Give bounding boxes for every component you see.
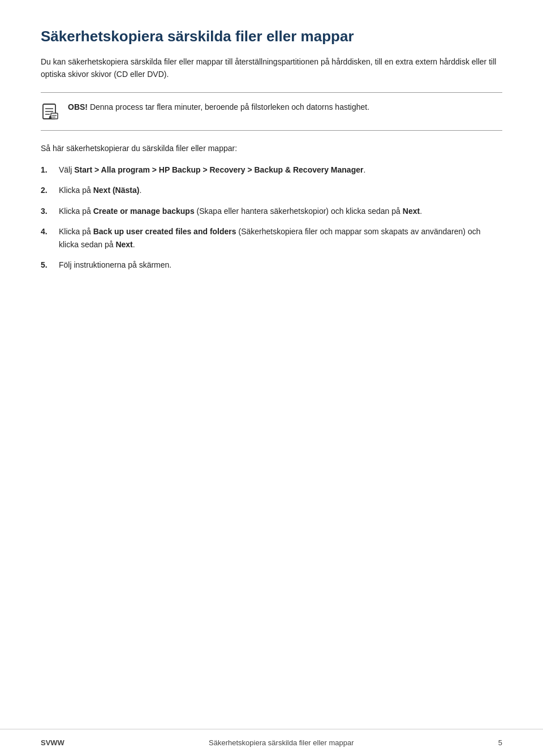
step-5-number: 5. <box>41 259 54 271</box>
page-title: Säkerhetskopiera särskilda filer eller m… <box>41 27 502 46</box>
step-5-text: Följ instruktionerna på skärmen. <box>59 259 502 271</box>
footer-title: Säkerhetskopiera särskilda filer eller m… <box>209 738 354 747</box>
step-1-text: Välj Start > Alla program > HP Backup > … <box>59 164 502 176</box>
note-box: OBS! Denna process tar flera minuter, be… <box>41 101 502 122</box>
note-label: OBS! <box>68 102 88 111</box>
step-1: 1. Välj Start > Alla program > HP Backup… <box>41 164 502 176</box>
top-divider <box>41 92 502 93</box>
note-body-text: Denna process tar flera minuter, beroend… <box>90 102 369 111</box>
page-footer: SVWW Säkerhetskopiera särskilda filer el… <box>0 729 543 756</box>
svg-rect-4 <box>51 113 58 119</box>
step-4-number: 4. <box>41 225 54 251</box>
step-3: 3. Klicka på Create or manage backups (S… <box>41 205 502 217</box>
note-text: OBS! Denna process tar flera minuter, be… <box>68 101 369 113</box>
step-4-text: Klicka på Back up user created files and… <box>59 225 502 251</box>
step-1-number: 1. <box>41 164 54 176</box>
footer-page-number: 5 <box>498 738 502 747</box>
step-4: 4. Klicka på Back up user created files … <box>41 225 502 251</box>
step-2-number: 2. <box>41 184 54 196</box>
note-icon <box>41 102 61 122</box>
step-5: 5. Följ instruktionerna på skärmen. <box>41 259 502 271</box>
step-2: 2. Klicka på Next (Nästa). <box>41 184 502 196</box>
section-intro: Så här säkerhetskopierar du särskilda fi… <box>41 142 502 154</box>
step-2-text: Klicka på Next (Nästa). <box>59 184 502 196</box>
intro-paragraph: Du kan säkerhetskopiera särskilda filer … <box>41 55 502 81</box>
steps-list: 1. Välj Start > Alla program > HP Backup… <box>41 164 502 271</box>
step-3-number: 3. <box>41 205 54 217</box>
footer-locale: SVWW <box>41 738 64 747</box>
step-3-text: Klicka på Create or manage backups (Skap… <box>59 205 502 217</box>
bottom-divider <box>41 130 502 131</box>
